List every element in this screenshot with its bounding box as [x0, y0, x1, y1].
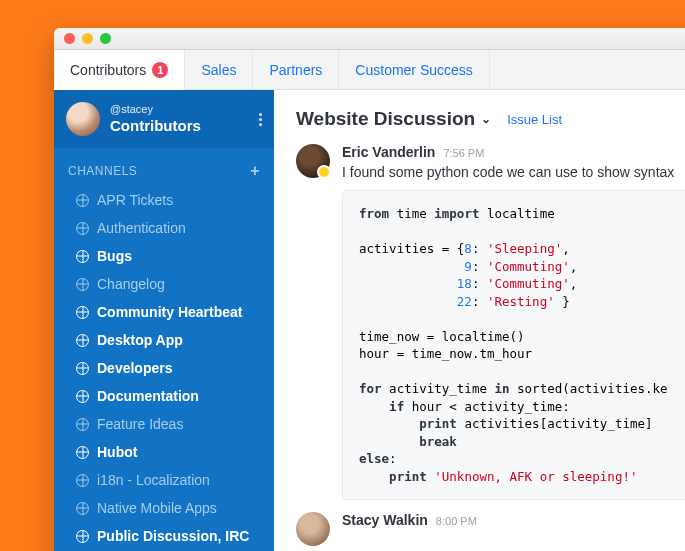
message: Eric Vanderlin 7:56 PM I found some pyth…	[296, 144, 685, 500]
channel-item[interactable]: Community Heartbeat	[54, 298, 274, 326]
main-content: Website Discussion ⌄ Issue List Eric Van…	[274, 90, 685, 551]
globe-icon	[76, 194, 89, 207]
channels-label: CHANNELS	[68, 164, 137, 178]
user-team: Contributors	[110, 117, 249, 135]
channel-item[interactable]: Authentication	[54, 214, 274, 242]
channel-item[interactable]: i18n - Localization	[54, 466, 274, 494]
channel-name: Authentication	[97, 220, 186, 236]
message-body: Stacy Walkin 8:00 PM	[342, 512, 685, 546]
code-block: from time import localtime activities = …	[342, 190, 685, 500]
tab-label: Sales	[201, 62, 236, 78]
globe-icon	[76, 502, 89, 515]
message-author: Stacy Walkin	[342, 512, 428, 528]
issue-list-link[interactable]: Issue List	[507, 112, 562, 127]
globe-icon	[76, 278, 89, 291]
channel-item[interactable]: Documentation	[54, 382, 274, 410]
channel-name: Documentation	[97, 388, 199, 404]
channel-name: Native Mobile Apps	[97, 500, 217, 516]
avatar[interactable]	[66, 102, 100, 136]
sidebar: @stacey Contributors CHANNELS + APR Tick…	[54, 90, 274, 551]
channel-name: APR Tickets	[97, 192, 173, 208]
channel-list: APR TicketsAuthenticationBugsChangelogCo…	[54, 186, 274, 550]
tab-contributors[interactable]: Contributors 1	[54, 50, 185, 90]
channel-item[interactable]: Hubot	[54, 438, 274, 466]
close-icon[interactable]	[64, 33, 75, 44]
message-text: I found some python code we can use to s…	[342, 164, 685, 180]
channel-name: Changelog	[97, 276, 165, 292]
notification-badge: 1	[152, 62, 168, 78]
message: Stacy Walkin 8:00 PM	[296, 512, 685, 546]
channel-item[interactable]: Desktop App	[54, 326, 274, 354]
channel-name: Developers	[97, 360, 172, 376]
globe-icon	[76, 250, 89, 263]
user-meta: @stacey Contributors	[110, 103, 249, 134]
channel-item[interactable]: Changelog	[54, 270, 274, 298]
app-window: Contributors 1 Sales Partners Customer S…	[54, 28, 685, 551]
channel-name: i18n - Localization	[97, 472, 210, 488]
message-header: Eric Vanderlin 7:56 PM	[342, 144, 685, 160]
tab-partners[interactable]: Partners	[253, 50, 339, 89]
room-title[interactable]: Website Discussion ⌄	[296, 108, 491, 130]
globe-icon	[76, 418, 89, 431]
channel-item[interactable]: Feature Ideas	[54, 410, 274, 438]
channel-item[interactable]: APR Tickets	[54, 186, 274, 214]
titlebar	[54, 28, 685, 50]
globe-icon	[76, 446, 89, 459]
globe-icon	[76, 222, 89, 235]
tab-label: Contributors	[70, 62, 146, 78]
message-time: 8:00 PM	[436, 515, 477, 527]
add-channel-icon[interactable]: +	[250, 162, 260, 180]
globe-icon	[76, 390, 89, 403]
chevron-down-icon: ⌄	[481, 112, 491, 126]
channel-name: Bugs	[97, 248, 132, 264]
channel-item[interactable]: Public Discussion, IRC	[54, 522, 274, 550]
tab-sales[interactable]: Sales	[185, 50, 253, 89]
globe-icon	[76, 362, 89, 375]
globe-icon	[76, 474, 89, 487]
message-time: 7:56 PM	[443, 147, 484, 159]
message-author: Eric Vanderlin	[342, 144, 435, 160]
tab-label: Partners	[269, 62, 322, 78]
channels-section-header: CHANNELS +	[54, 148, 274, 186]
channel-item[interactable]: Bugs	[54, 242, 274, 270]
minimize-icon[interactable]	[82, 33, 93, 44]
message-header: Stacy Walkin 8:00 PM	[342, 512, 685, 528]
room-title-text: Website Discussion	[296, 108, 475, 130]
avatar[interactable]	[296, 512, 330, 546]
channel-name: Desktop App	[97, 332, 183, 348]
tab-customer-success[interactable]: Customer Success	[339, 50, 489, 89]
channel-name: Feature Ideas	[97, 416, 183, 432]
tabbar: Contributors 1 Sales Partners Customer S…	[54, 50, 685, 90]
room-header: Website Discussion ⌄ Issue List	[296, 108, 685, 130]
user-handle: @stacey	[110, 103, 249, 116]
channel-name: Community Heartbeat	[97, 304, 242, 320]
sidebar-header: @stacey Contributors	[54, 90, 274, 148]
channel-name: Public Discussion, IRC	[97, 528, 249, 544]
message-body: Eric Vanderlin 7:56 PM I found some pyth…	[342, 144, 685, 500]
app-body: @stacey Contributors CHANNELS + APR Tick…	[54, 90, 685, 551]
channel-item[interactable]: Native Mobile Apps	[54, 494, 274, 522]
channel-name: Hubot	[97, 444, 137, 460]
channel-item[interactable]: Developers	[54, 354, 274, 382]
avatar[interactable]	[296, 144, 330, 178]
maximize-icon[interactable]	[100, 33, 111, 44]
globe-icon	[76, 306, 89, 319]
tab-label: Customer Success	[355, 62, 472, 78]
kebab-menu-icon[interactable]	[259, 113, 262, 126]
globe-icon	[76, 530, 89, 543]
globe-icon	[76, 334, 89, 347]
